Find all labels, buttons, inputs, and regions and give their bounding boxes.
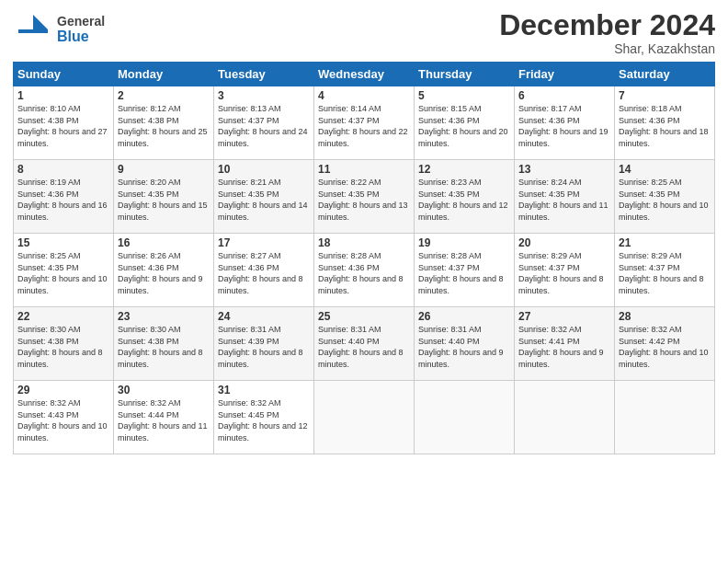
- svg-marker-0: [33, 15, 48, 29]
- cell-info: Sunrise: 8:20 AMSunset: 4:35 PMDaylight:…: [118, 178, 208, 222]
- header-right: December 2024 Shar, Kazakhstan: [499, 9, 715, 56]
- day-number: 17: [218, 236, 310, 249]
- location: Shar, Kazakhstan: [499, 41, 715, 56]
- day-number: 5: [418, 89, 510, 102]
- calendar-cell: [314, 381, 415, 454]
- calendar-cell: 22 Sunrise: 8:30 AMSunset: 4:38 PMDaylig…: [14, 307, 114, 381]
- day-number: 21: [619, 236, 711, 249]
- calendar-week-row: 8 Sunrise: 8:19 AMSunset: 4:36 PMDayligh…: [14, 160, 715, 234]
- cell-info: Sunrise: 8:31 AMSunset: 4:40 PMDaylight:…: [318, 325, 404, 369]
- cell-info: Sunrise: 8:27 AMSunset: 4:36 PMDaylight:…: [218, 251, 303, 295]
- cell-info: Sunrise: 8:31 AMSunset: 4:40 PMDaylight:…: [418, 325, 504, 369]
- day-number: 19: [418, 236, 510, 249]
- cell-info: Sunrise: 8:32 AMSunset: 4:43 PMDaylight:…: [17, 398, 108, 442]
- day-number: 16: [118, 236, 210, 249]
- cell-info: Sunrise: 8:15 AMSunset: 4:36 PMDaylight:…: [418, 104, 508, 148]
- calendar-week-row: 15 Sunrise: 8:25 AMSunset: 4:35 PMDaylig…: [14, 234, 715, 307]
- calendar-header-row: Sunday Monday Tuesday Wednesday Thursday…: [14, 63, 715, 86]
- day-number: 31: [218, 384, 310, 396]
- day-number: 26: [418, 310, 510, 323]
- cell-info: Sunrise: 8:31 AMSunset: 4:39 PMDaylight:…: [218, 325, 303, 369]
- calendar-cell: 23 Sunrise: 8:30 AMSunset: 4:38 PMDaylig…: [114, 307, 214, 381]
- cell-info: Sunrise: 8:32 AMSunset: 4:44 PMDaylight:…: [118, 398, 208, 442]
- day-number: 11: [318, 163, 410, 176]
- calendar-cell: 17 Sunrise: 8:27 AMSunset: 4:36 PMDaylig…: [214, 234, 314, 307]
- day-number: 1: [17, 89, 109, 102]
- calendar-cell: [515, 381, 615, 454]
- cell-info: Sunrise: 8:32 AMSunset: 4:42 PMDaylight:…: [619, 325, 709, 369]
- day-number: 13: [518, 163, 610, 176]
- calendar-cell: 10 Sunrise: 8:21 AMSunset: 4:35 PMDaylig…: [214, 160, 314, 234]
- cell-info: Sunrise: 8:12 AMSunset: 4:38 PMDaylight:…: [118, 104, 208, 148]
- day-number: 2: [118, 89, 210, 102]
- day-number: 28: [619, 310, 711, 323]
- cell-info: Sunrise: 8:21 AMSunset: 4:35 PMDaylight:…: [218, 178, 308, 222]
- calendar-cell: 13 Sunrise: 8:24 AMSunset: 4:35 PMDaylig…: [515, 160, 615, 234]
- calendar-cell: 26 Sunrise: 8:31 AMSunset: 4:40 PMDaylig…: [415, 307, 515, 381]
- calendar-cell: 16 Sunrise: 8:26 AMSunset: 4:36 PMDaylig…: [114, 234, 214, 307]
- calendar-week-row: 1 Sunrise: 8:10 AMSunset: 4:38 PMDayligh…: [14, 86, 715, 160]
- day-number: 8: [17, 163, 109, 176]
- header-wednesday: Wednesday: [314, 63, 415, 86]
- cell-info: Sunrise: 8:14 AMSunset: 4:37 PMDaylight:…: [318, 104, 408, 148]
- day-number: 12: [418, 163, 510, 176]
- calendar-cell: 19 Sunrise: 8:28 AMSunset: 4:37 PMDaylig…: [415, 234, 515, 307]
- header-saturday: Saturday: [615, 63, 715, 86]
- day-number: 4: [318, 89, 410, 102]
- calendar-cell: [615, 381, 715, 454]
- logo-general: General: [57, 15, 105, 29]
- day-number: 27: [518, 310, 610, 323]
- day-number: 30: [118, 384, 210, 396]
- cell-info: Sunrise: 8:28 AMSunset: 4:37 PMDaylight:…: [418, 251, 504, 295]
- day-number: 9: [118, 163, 210, 176]
- cell-info: Sunrise: 8:17 AMSunset: 4:36 PMDaylight:…: [518, 104, 609, 148]
- day-number: 7: [619, 89, 711, 102]
- cell-info: Sunrise: 8:25 AMSunset: 4:35 PMDaylight:…: [17, 251, 108, 295]
- day-number: 10: [218, 163, 310, 176]
- header-thursday: Thursday: [415, 63, 515, 86]
- calendar-cell: 31 Sunrise: 8:32 AMSunset: 4:45 PMDaylig…: [214, 381, 314, 454]
- calendar-cell: 2 Sunrise: 8:12 AMSunset: 4:38 PMDayligh…: [114, 86, 214, 160]
- header-tuesday: Tuesday: [214, 63, 314, 86]
- calendar-cell: 8 Sunrise: 8:19 AMSunset: 4:36 PMDayligh…: [14, 160, 114, 234]
- calendar-cell: 24 Sunrise: 8:31 AMSunset: 4:39 PMDaylig…: [214, 307, 314, 381]
- day-number: 20: [518, 236, 610, 249]
- calendar-cell: [415, 381, 515, 454]
- cell-info: Sunrise: 8:22 AMSunset: 4:35 PMDaylight:…: [318, 178, 408, 222]
- cell-info: Sunrise: 8:19 AMSunset: 4:36 PMDaylight:…: [17, 178, 108, 222]
- day-number: 29: [17, 384, 109, 396]
- calendar-cell: 29 Sunrise: 8:32 AMSunset: 4:43 PMDaylig…: [14, 381, 114, 454]
- calendar-cell: 4 Sunrise: 8:14 AMSunset: 4:37 PMDayligh…: [314, 86, 415, 160]
- cell-info: Sunrise: 8:32 AMSunset: 4:41 PMDaylight:…: [518, 325, 604, 369]
- cell-info: Sunrise: 8:13 AMSunset: 4:37 PMDaylight:…: [218, 104, 308, 148]
- logo: General Blue: [13, 9, 105, 50]
- cell-info: Sunrise: 8:32 AMSunset: 4:45 PMDaylight:…: [218, 398, 308, 442]
- cell-info: Sunrise: 8:10 AMSunset: 4:38 PMDaylight:…: [17, 104, 108, 148]
- day-number: 6: [518, 89, 610, 102]
- day-number: 15: [17, 236, 109, 249]
- calendar-cell: 3 Sunrise: 8:13 AMSunset: 4:37 PMDayligh…: [214, 86, 314, 160]
- calendar-cell: 25 Sunrise: 8:31 AMSunset: 4:40 PMDaylig…: [314, 307, 415, 381]
- svg-rect-1: [18, 29, 48, 33]
- calendar-cell: 15 Sunrise: 8:25 AMSunset: 4:35 PMDaylig…: [14, 234, 114, 307]
- calendar-cell: 14 Sunrise: 8:25 AMSunset: 4:35 PMDaylig…: [615, 160, 715, 234]
- calendar-cell: 9 Sunrise: 8:20 AMSunset: 4:35 PMDayligh…: [114, 160, 214, 234]
- logo-icon: [13, 9, 53, 50]
- cell-info: Sunrise: 8:29 AMSunset: 4:37 PMDaylight:…: [619, 251, 704, 295]
- day-number: 25: [318, 310, 410, 323]
- header-monday: Monday: [114, 63, 214, 86]
- calendar-cell: 12 Sunrise: 8:23 AMSunset: 4:35 PMDaylig…: [415, 160, 515, 234]
- calendar-cell: 11 Sunrise: 8:22 AMSunset: 4:35 PMDaylig…: [314, 160, 415, 234]
- cell-info: Sunrise: 8:26 AMSunset: 4:36 PMDaylight:…: [118, 251, 203, 295]
- calendar-cell: 20 Sunrise: 8:29 AMSunset: 4:37 PMDaylig…: [515, 234, 615, 307]
- calendar-cell: 30 Sunrise: 8:32 AMSunset: 4:44 PMDaylig…: [114, 381, 214, 454]
- calendar-cell: 6 Sunrise: 8:17 AMSunset: 4:36 PMDayligh…: [515, 86, 615, 160]
- calendar-cell: 5 Sunrise: 8:15 AMSunset: 4:36 PMDayligh…: [415, 86, 515, 160]
- calendar-cell: 28 Sunrise: 8:32 AMSunset: 4:42 PMDaylig…: [615, 307, 715, 381]
- calendar-table: Sunday Monday Tuesday Wednesday Thursday…: [13, 62, 715, 454]
- day-number: 3: [218, 89, 310, 102]
- cell-info: Sunrise: 8:23 AMSunset: 4:35 PMDaylight:…: [418, 178, 508, 222]
- header: General Blue December 2024 Shar, Kazakhs…: [13, 9, 715, 56]
- day-number: 14: [619, 163, 711, 176]
- day-number: 23: [118, 310, 210, 323]
